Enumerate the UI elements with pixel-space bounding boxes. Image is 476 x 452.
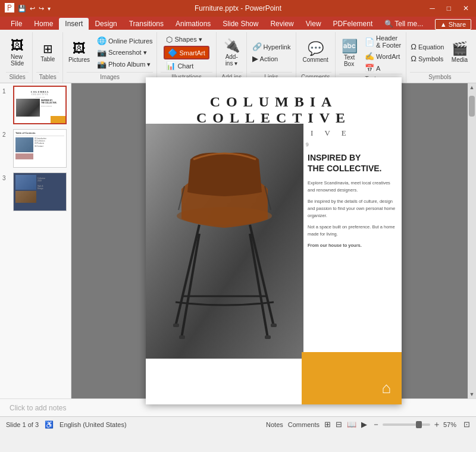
screenshot-button[interactable]: 📷 Screenshot ▾ [95, 47, 155, 58]
ribbon: 🖼 NewSlide Slides ⊞ Table Tables 🖼 Pictu… [0, 30, 476, 83]
links-col: 🔗 Hyperlink ▶ Action [250, 41, 293, 64]
tab-transitions[interactable]: Transitions [123, 18, 170, 30]
chart-icon: 📊 [166, 61, 176, 70]
smartart-button[interactable]: 🔷 SmartArt [164, 46, 209, 59]
shapes-icon: ⬡ [166, 35, 173, 44]
slideshow-icon[interactable]: ▶ [361, 420, 367, 429]
slide2-divider [15, 136, 64, 136]
tab-insert[interactable]: Insert [59, 18, 89, 30]
comments-button[interactable]: Comments [288, 421, 320, 428]
ribbon-group-links: 🔗 Hyperlink ▶ Action Links [247, 32, 296, 83]
zoom-slider[interactable] [383, 423, 430, 426]
images-buttons: 🖼 Pictures 🌐 Online Pictures 📷 Screensho… [65, 33, 155, 72]
status-left: Slide 1 of 3 ♿ English (United States) [6, 420, 127, 429]
normal-view-icon[interactable]: ⊞ [324, 420, 331, 429]
zoom-in-btn[interactable]: ＋ [433, 419, 441, 430]
chair-svg [146, 124, 303, 359]
zoom-controls: － ＋ 57% ⊡ [372, 419, 470, 430]
title-bar: 🅿 💾 ↩ ↪ ▾ Furniture.pptx - PowerPoint ─ … [0, 0, 476, 17]
quick-undo[interactable]: ↩ [30, 5, 35, 12]
links-buttons: 🔗 Hyperlink ▶ Action [250, 33, 293, 72]
status-bar: Slide 1 of 3 ♿ English (United States) N… [0, 416, 476, 432]
quick-save[interactable]: 💾 [18, 5, 26, 12]
photo-album-icon: 📸 [97, 60, 107, 69]
tables-buttons: ⊞ Table [36, 33, 60, 72]
addins-button[interactable]: 🔌 Add-ins ▾ [220, 37, 243, 69]
comment-icon: 💬 [308, 42, 324, 55]
symbols-buttons: Ω Equation Ω Symbols 🎬 Media [408, 33, 471, 72]
minimize-btn[interactable]: ─ [427, 4, 437, 12]
accessibility-icon: ♿ [45, 420, 54, 429]
slide3-right: Collection2019Style &Design [37, 175, 64, 209]
addins-icon: 🔌 [224, 39, 240, 52]
symbols-icon: Ω [411, 54, 416, 63]
slide-thumb-1[interactable]: 1 COLUMBIA COLLECTIVE LOOKBOOK 2019 INSP… [2, 86, 68, 124]
svg-rect-10 [271, 324, 277, 327]
table-button[interactable]: ⊞ Table [36, 40, 60, 65]
action-button[interactable]: ▶ Action [250, 53, 293, 64]
slide3-text: Collection2019Style &Design [37, 177, 64, 190]
share-btn[interactable]: ▲ Share [435, 19, 471, 30]
slide-thumb-3[interactable]: 3 Collection2019Style &Design [2, 172, 68, 211]
notes-button[interactable]: Notes [266, 421, 283, 428]
slide2-accent [15, 153, 33, 159]
main-area: 1 COLUMBIA COLLECTIVE LOOKBOOK 2019 INSP… [0, 83, 476, 398]
ribbon-group-illustrations: ⬡ Shapes ▾ 🔷 SmartArt 📊 Chart Illustrati… [157, 32, 217, 83]
tables-group-label: Tables [36, 72, 59, 81]
images-col: 🌐 Online Pictures 📷 Screenshot ▾ 📸 Photo… [95, 35, 155, 70]
tab-pdfelement[interactable]: PDFelement [327, 18, 379, 30]
pictures-button[interactable]: 🖼 Pictures [65, 40, 93, 65]
equation-button[interactable]: Ω Equation [408, 41, 446, 52]
slide-canvas[interactable]: COLUMBIA COLLECTIVE C O L L E C T I V E … [146, 77, 402, 404]
hyperlink-button[interactable]: 🔗 Hyperlink [250, 41, 293, 52]
zoom-slider-thumb[interactable] [416, 421, 422, 428]
scroll-thumb[interactable] [469, 96, 475, 117]
equation-icon: Ω [411, 42, 416, 51]
tab-review[interactable]: Review [264, 18, 299, 30]
tab-file[interactable]: File [5, 18, 28, 30]
tab-animations[interactable]: Animations [170, 18, 217, 30]
tab-view[interactable]: View [300, 18, 327, 30]
datetime-button[interactable]: 📅 A [362, 62, 403, 74]
header-footer-button[interactable]: 📄 Header& Footer [362, 33, 403, 50]
ribbon-group-text: 🔤 TextBox 📄 Header& Footer ✍ WordArt 📅 A… [336, 32, 406, 83]
pictures-icon: 🖼 [73, 42, 86, 55]
new-slide-button[interactable]: 🖼 NewSlide [5, 37, 29, 69]
tab-home[interactable]: Home [28, 18, 59, 30]
slide-img-1: COLUMBIA COLLECTIVE LOOKBOOK 2019 INSPIR… [13, 86, 67, 124]
slide-thumb-2[interactable]: 2 Table of Contents 01 Introduction02 Co… [2, 129, 68, 168]
slide2-text: 01 Introduction02 Collection03 Products0… [35, 137, 64, 152]
textbox-button[interactable]: 🔤 TextBox [337, 37, 361, 70]
slide-sorter-icon[interactable]: ⊟ [336, 420, 342, 429]
wordart-icon: ✍ [365, 52, 374, 61]
photo-album-button[interactable]: 📸 Photo Album ▾ [95, 59, 155, 70]
slide2-preview: Table of Contents 01 Introduction02 Coll… [14, 130, 66, 167]
illustrations-buttons: ⬡ Shapes ▾ 🔷 SmartArt 📊 Chart [164, 33, 209, 72]
zoom-out-btn[interactable]: － [372, 419, 380, 430]
quick-redo[interactable]: ↪ [39, 5, 44, 12]
maximize-btn[interactable]: □ [444, 4, 453, 12]
ribbon-group-slides: 🖼 NewSlide Slides [2, 32, 33, 83]
close-btn[interactable]: ✕ [461, 4, 471, 12]
media-button[interactable]: 🎬 Media [447, 40, 471, 65]
scroll-down-arrow[interactable]: ▼ [469, 391, 475, 397]
scroll-track [469, 93, 475, 389]
vertical-scrollbar[interactable]: ▲ ▼ [468, 83, 476, 398]
slide-num-3: 3 [2, 175, 10, 181]
online-pictures-button[interactable]: 🌐 Online Pictures [95, 35, 155, 46]
wordart-button[interactable]: ✍ WordArt [362, 51, 403, 62]
reading-view-icon[interactable]: 📖 [347, 420, 356, 429]
slide-img-2: Table of Contents 01 Introduction02 Coll… [13, 129, 67, 168]
comment-button[interactable]: 💬 Comment [299, 40, 332, 65]
tab-tellme[interactable]: 🔍 Tell me... [378, 18, 429, 30]
slide-img-3: Collection2019Style &Design [13, 172, 67, 211]
scroll-up-arrow[interactable]: ▲ [469, 84, 475, 90]
fit-slide-btn[interactable]: ⊡ [464, 420, 470, 429]
chart-button[interactable]: 📊 Chart [164, 60, 209, 71]
tab-slideshow[interactable]: Slide Show [217, 18, 264, 30]
tab-design[interactable]: Design [89, 18, 123, 30]
add-notes-hint: Click to add notes [10, 404, 66, 412]
symbols-button[interactable]: Ω Symbols [408, 53, 446, 64]
shapes-button[interactable]: ⬡ Shapes ▾ [164, 34, 209, 45]
customize-btn[interactable]: ▾ [48, 5, 51, 12]
